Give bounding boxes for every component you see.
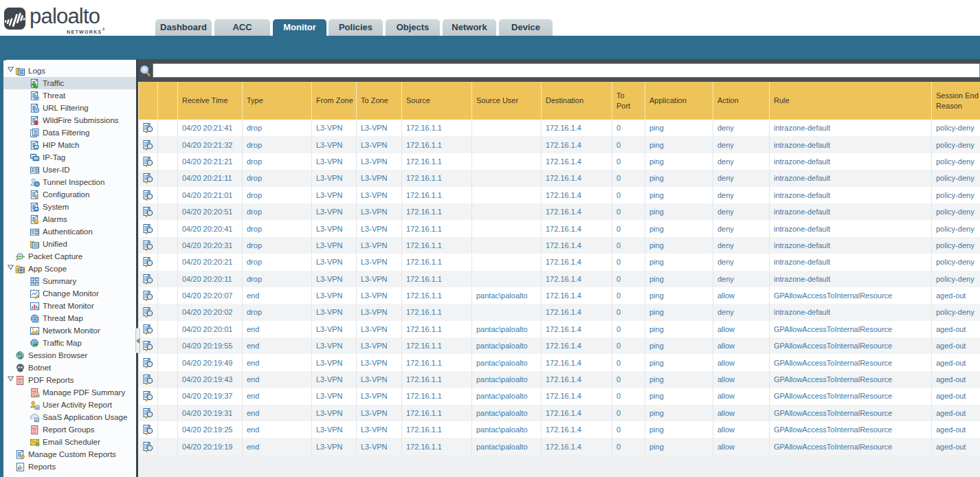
svg-text:PDF: PDF	[32, 390, 37, 392]
svg-text:PDF: PDF	[32, 427, 37, 430]
svg-text:PDF: PDF	[18, 377, 23, 380]
